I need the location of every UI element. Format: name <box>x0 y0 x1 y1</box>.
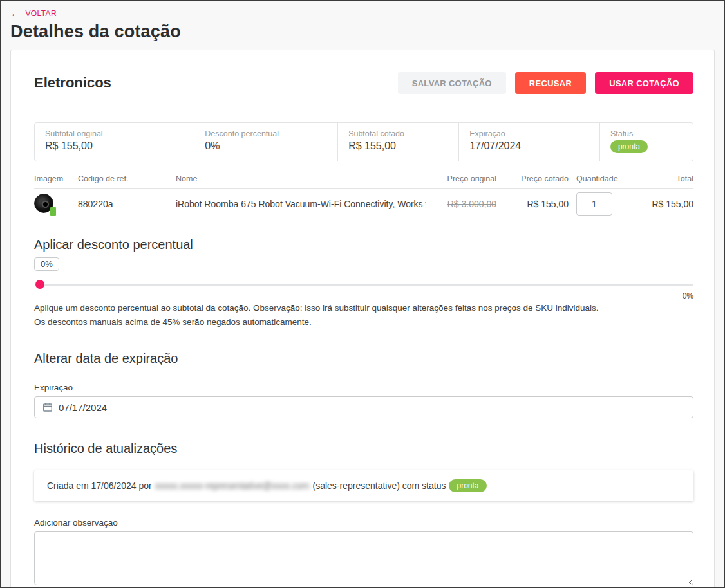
quote-header: Eletronicos SALVAR COTAÇÃO RECUSAR USAR … <box>34 72 693 94</box>
product-name-cell: iRobot Roomba 675 Robot Vacuum-Wi-Fi Con… <box>172 199 426 209</box>
summary-label: Subtotal original <box>45 129 184 138</box>
slider-value-label: 0% <box>34 291 693 300</box>
history-status-badge: pronta <box>449 479 486 492</box>
history-entry-prefix: Criada em 17/06/2024 por <box>47 481 152 491</box>
product-image <box>34 194 56 214</box>
summary-value: 0% <box>205 140 327 152</box>
green-tag-graphic <box>50 207 56 216</box>
history-redacted-email: xxxxx.xxxxx-representative@xxxx.com <box>155 481 310 491</box>
quote-details-page: ← VOLTAR Detalhes da cotação Eletronicos… <box>1 1 724 588</box>
summary-subtotal-original: Subtotal original R$ 155,00 <box>35 123 194 161</box>
expiration-date-input[interactable]: 07/17/2024 <box>34 396 693 418</box>
total-cell: R$ 155,00 <box>629 199 693 209</box>
summary-label: Desconto percentual <box>205 129 327 138</box>
summary-label: Subtotal cotado <box>348 129 448 138</box>
header-ref-code: Código de ref. <box>74 174 172 183</box>
back-link[interactable]: ← VOLTAR <box>10 8 57 18</box>
summary-value: R$ 155,00 <box>45 140 184 152</box>
back-arrow-icon: ← <box>10 8 20 18</box>
header-quantity: Quantidade <box>572 174 629 183</box>
history-section-title: Histórico de atualizações <box>34 441 693 456</box>
use-quote-button[interactable]: USAR COTAÇÃO <box>595 72 693 94</box>
page-title: Detalhes da cotação <box>10 22 715 42</box>
calendar-icon <box>42 402 53 412</box>
quantity-input[interactable] <box>576 192 612 216</box>
back-link-label: VOLTAR <box>25 9 57 18</box>
expiration-section: Alterar data de expiração Expiração 07/1… <box>34 351 693 418</box>
quote-summary: Subtotal original R$ 155,00 Desconto per… <box>34 122 693 161</box>
history-entry: Criada em 17/06/2024 por xxxxx.xxxxx-rep… <box>34 470 693 501</box>
decline-quote-button[interactable]: RECUSAR <box>515 72 586 94</box>
summary-status: Status pronta <box>600 123 693 161</box>
discount-slider[interactable] <box>34 280 693 289</box>
summary-value: 17/07/2024 <box>469 140 589 152</box>
discount-section: Aplicar desconto percentual 0% 0% Apliqu… <box>34 237 693 328</box>
save-quote-button[interactable]: SALVAR COTAÇÃO <box>398 72 506 94</box>
summary-discount-percent: Desconto percentual 0% <box>194 123 338 161</box>
header-total: Total <box>629 174 693 183</box>
note-label: Adicionar observação <box>34 518 693 528</box>
discount-section-title: Aplicar desconto percentual <box>34 237 693 252</box>
discount-help-line2: Os descontos manuais acima de 45% serão … <box>34 316 693 329</box>
history-section: Histórico de atualizações Criada em 17/0… <box>34 441 693 501</box>
slider-track[interactable] <box>39 284 693 286</box>
history-entry-suffix: (sales-representative) com status <box>313 481 446 491</box>
summary-label: Expiração <box>469 129 589 138</box>
items-table-header: Imagem Código de ref. Nome Preço origina… <box>34 170 693 189</box>
quoted-price-cell: R$ 155,00 <box>500 199 572 209</box>
quote-actions: SALVAR COTAÇÃO RECUSAR USAR COTAÇÃO <box>398 72 693 94</box>
discount-help-line1: Aplique um desconto percentual ao subtot… <box>34 302 693 315</box>
summary-label: Status <box>610 129 683 138</box>
summary-expiration: Expiração 17/07/2024 <box>459 123 600 161</box>
status-badge: pronta <box>610 140 648 153</box>
quote-card: Eletronicos SALVAR COTAÇÃO RECUSAR USAR … <box>10 50 715 588</box>
note-section: Adicionar observação 500 caracteres rest… <box>34 518 693 588</box>
items-table: Imagem Código de ref. Nome Preço origina… <box>34 170 693 219</box>
slider-tooltip: 0% <box>34 257 59 271</box>
expiration-section-title: Alterar data de expiração <box>34 351 693 366</box>
slider-handle[interactable] <box>35 280 44 289</box>
ref-code-cell: 880220a <box>74 199 172 209</box>
summary-value: R$ 155,00 <box>348 140 448 152</box>
header-name: Nome <box>172 174 426 183</box>
header-image: Imagem <box>34 174 74 183</box>
expiration-date-value: 07/17/2024 <box>59 402 107 413</box>
header-quoted-price: Preço cotado <box>500 174 572 183</box>
summary-subtotal-quoted: Subtotal cotado R$ 155,00 <box>338 123 459 161</box>
note-textarea[interactable] <box>34 531 693 585</box>
header-original-price: Preço original <box>426 174 500 183</box>
original-price-cell: R$ 3.000,00 <box>447 199 496 209</box>
product-image-cell <box>34 194 74 214</box>
expiration-field-label: Expiração <box>34 383 693 392</box>
table-row: 880220a iRobot Roomba 675 Robot Vacuum-W… <box>34 189 693 219</box>
quote-name: Eletronicos <box>34 75 111 91</box>
